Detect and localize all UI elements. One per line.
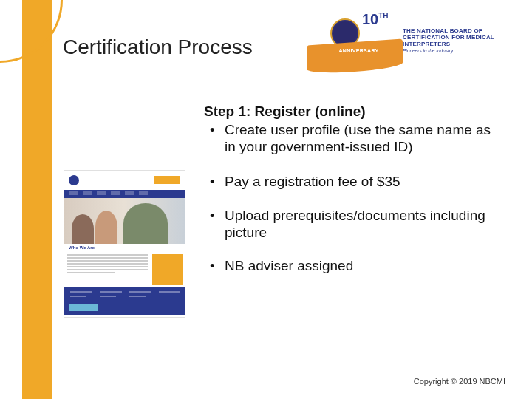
page-title: Certification Process bbox=[63, 35, 253, 59]
org-name: THE NATIONAL BOARD OF CERTIFICATION FOR … bbox=[403, 27, 506, 53]
thumb-hero-image bbox=[64, 198, 185, 244]
decorative-corner-circle bbox=[0, 0, 63, 63]
ribbon-icon bbox=[307, 38, 403, 75]
thumb-footer bbox=[64, 287, 185, 315]
org-logo-block: 10TH ANNIVERSARY THE NATIONAL BOARD OF C… bbox=[314, 11, 502, 78]
website-screenshot-thumbnail: Who We Are bbox=[64, 170, 185, 318]
list-item: Create user profile (use the same name a… bbox=[204, 121, 499, 155]
thumb-footer-button bbox=[69, 304, 98, 311]
bullet-list: Create user profile (use the same name a… bbox=[204, 121, 499, 274]
list-item: Pay a registration fee of $35 bbox=[204, 173, 499, 190]
anniversary-th: TH bbox=[378, 12, 388, 20]
org-name-line2: Pioneers in the Industry bbox=[403, 48, 506, 53]
thumb-person-icon bbox=[72, 214, 94, 244]
list-item: NB adviser assigned bbox=[204, 257, 499, 274]
org-name-line1: THE NATIONAL BOARD OF CERTIFICATION FOR … bbox=[403, 27, 506, 47]
thumb-section-heading: Who We Are bbox=[64, 244, 185, 253]
thumb-cta-button bbox=[154, 176, 180, 184]
thumb-header bbox=[64, 171, 185, 190]
anniversary-badge: 10TH ANNIVERSARY bbox=[314, 11, 399, 78]
decorative-left-band bbox=[22, 0, 52, 399]
ribbon-main: ANNIVERSARY bbox=[313, 48, 405, 53]
thumb-body bbox=[64, 253, 185, 287]
thumb-person-icon bbox=[95, 211, 117, 244]
step-heading: Step 1: Register (online) bbox=[204, 103, 499, 120]
content-block: Step 1: Register (online) Create user pr… bbox=[204, 103, 499, 290]
thumb-paragraph bbox=[64, 253, 151, 287]
anniversary-number: 10TH bbox=[362, 11, 389, 28]
thumb-nav bbox=[64, 190, 185, 198]
thumb-logo-icon bbox=[69, 175, 79, 185]
copyright-text: Copyright © 2019 NBCMI bbox=[414, 377, 505, 386]
ribbon-text: ANNIVERSARY bbox=[313, 48, 405, 53]
thumb-person-icon bbox=[123, 203, 168, 244]
thumb-side-panel bbox=[152, 254, 183, 285]
list-item: Upload prerequisites/documents including… bbox=[204, 207, 499, 241]
anniversary-10: 10 bbox=[362, 11, 378, 27]
